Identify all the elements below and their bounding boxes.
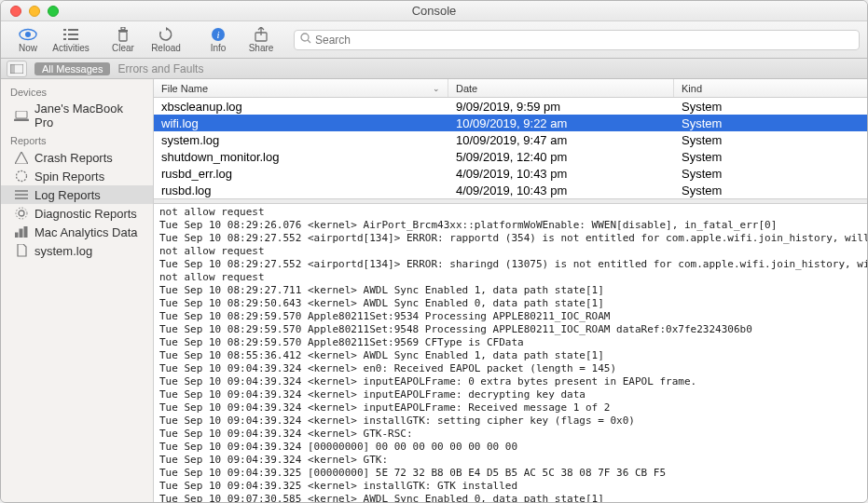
svg-point-1 — [25, 32, 31, 37]
table-row[interactable]: wifi.log10/09/2019, 9:22 amSystem — [154, 115, 867, 131]
sidebar-item-log[interactable]: Log Reports — [1, 185, 153, 204]
warning-icon — [14, 150, 29, 165]
main-split: Devices Jane's MacBook Pro Reports Crash… — [1, 79, 867, 502]
console-window: Console Now Activities Clear Reload — [0, 0, 868, 503]
sidebar: Devices Jane's MacBook Pro Reports Crash… — [1, 79, 154, 502]
search-icon — [300, 33, 311, 47]
sidebar-item-crash[interactable]: Crash Reports — [1, 148, 153, 167]
spinner-icon — [14, 169, 29, 184]
sidebar-item-systemlog[interactable]: system.log — [1, 241, 153, 260]
sidebar-toggle-button[interactable] — [7, 61, 27, 77]
eye-icon — [19, 27, 37, 42]
cell-kind: System — [674, 116, 867, 130]
cell-kind: System — [674, 184, 867, 197]
lines-icon — [14, 187, 29, 202]
info-button[interactable]: i Info — [199, 23, 238, 57]
cell-date: 4/09/2019, 10:43 pm — [448, 184, 674, 197]
column-date[interactable]: Date — [448, 79, 674, 97]
svg-point-25 — [16, 208, 27, 219]
svg-rect-28 — [24, 226, 27, 238]
table-body: xbscleanup.log9/09/2019, 9:59 pmSystemwi… — [154, 98, 867, 198]
cell-name: xbscleanup.log — [154, 100, 448, 114]
svg-rect-4 — [63, 34, 66, 35]
devices-header: Devices — [1, 83, 153, 100]
reload-icon — [157, 27, 175, 42]
cell-kind: System — [674, 167, 867, 181]
column-filename[interactable]: File Name⌄ — [154, 79, 448, 97]
cell-kind: System — [674, 150, 867, 164]
search-field[interactable] — [294, 30, 860, 50]
titlebar: Console — [1, 1, 867, 21]
cell-name: shutdown_monitor.log — [154, 150, 448, 164]
table-row[interactable]: system.log10/09/2019, 9:47 amSystem — [154, 131, 867, 148]
svg-rect-3 — [68, 29, 78, 31]
reports-header: Reports — [1, 131, 153, 148]
svg-text:i: i — [216, 29, 219, 40]
filter-errors-faults[interactable]: Errors and Faults — [117, 62, 203, 75]
svg-point-24 — [19, 211, 24, 216]
document-icon — [14, 243, 29, 258]
content-pane: File Name⌄ Date Kind xbscleanup.log9/09/… — [154, 79, 867, 502]
cell-name: rusbd.log — [154, 184, 448, 197]
log-view[interactable]: not allow request Tue Sep 10 08:29:26.07… — [154, 204, 867, 502]
svg-rect-2 — [63, 29, 66, 31]
share-button[interactable]: Share — [241, 23, 281, 57]
sidebar-item-diagnostic[interactable]: Diagnostic Reports — [1, 204, 153, 223]
sidebar-item-spin[interactable]: Spin Reports — [1, 167, 153, 185]
svg-line-15 — [308, 40, 310, 43]
svg-rect-26 — [15, 233, 18, 238]
svg-rect-7 — [68, 38, 78, 40]
svg-rect-5 — [68, 34, 78, 35]
cell-name: system.log — [154, 133, 448, 147]
filter-all-messages[interactable]: All Messages — [34, 62, 110, 75]
clear-button[interactable]: Clear — [103, 23, 143, 57]
now-button[interactable]: Now — [8, 23, 48, 57]
cell-date: 5/09/2019, 12:40 pm — [448, 150, 674, 164]
laptop-icon — [14, 108, 29, 123]
reload-button[interactable]: Reload — [146, 23, 186, 57]
table-row[interactable]: rusbd_err.log4/09/2019, 10:43 pmSystem — [154, 165, 867, 182]
cell-name: wifi.log — [154, 116, 448, 130]
svg-rect-9 — [119, 32, 127, 41]
svg-rect-27 — [20, 229, 22, 238]
toolbar: Now Activities Clear Reload i Info — [1, 21, 867, 59]
info-icon: i — [209, 27, 227, 42]
svg-rect-19 — [14, 119, 29, 121]
cell-kind: System — [674, 100, 867, 114]
svg-rect-18 — [16, 111, 27, 118]
sidebar-item-mac-analytics[interactable]: Mac Analytics Data — [1, 223, 153, 241]
trash-icon — [114, 27, 132, 42]
share-icon — [252, 27, 270, 42]
chart-icon — [14, 224, 29, 239]
column-kind[interactable]: Kind — [674, 79, 867, 97]
svg-rect-17 — [10, 64, 15, 74]
svg-rect-10 — [121, 27, 125, 30]
svg-rect-6 — [63, 38, 66, 40]
sidebar-item-device[interactable]: Jane's MacBook Pro — [1, 100, 153, 131]
table-row[interactable]: shutdown_monitor.log5/09/2019, 12:40 pmS… — [154, 148, 867, 165]
svg-point-14 — [301, 34, 309, 41]
table-row[interactable]: rusbd.log4/09/2019, 10:43 pmSystem — [154, 182, 867, 198]
cell-date: 10/09/2019, 9:22 am — [448, 116, 674, 130]
gear-icon — [14, 206, 29, 221]
list-icon — [62, 27, 80, 42]
cell-name: rusbd_err.log — [154, 167, 448, 181]
window-title: Console — [1, 4, 867, 18]
cell-date: 10/09/2019, 9:47 am — [448, 133, 674, 147]
sort-arrow-icon: ⌄ — [433, 84, 440, 93]
cell-date: 4/09/2019, 10:43 pm — [448, 167, 674, 181]
search-input[interactable] — [315, 34, 853, 47]
activities-button[interactable]: Activities — [51, 23, 90, 57]
filter-bar: All Messages Errors and Faults — [1, 59, 867, 79]
table-row[interactable]: xbscleanup.log9/09/2019, 9:59 pmSystem — [154, 98, 867, 115]
svg-point-20 — [17, 171, 27, 182]
table-header: File Name⌄ Date Kind — [154, 79, 867, 98]
cell-kind: System — [674, 133, 867, 147]
cell-date: 9/09/2019, 9:59 pm — [448, 100, 674, 114]
